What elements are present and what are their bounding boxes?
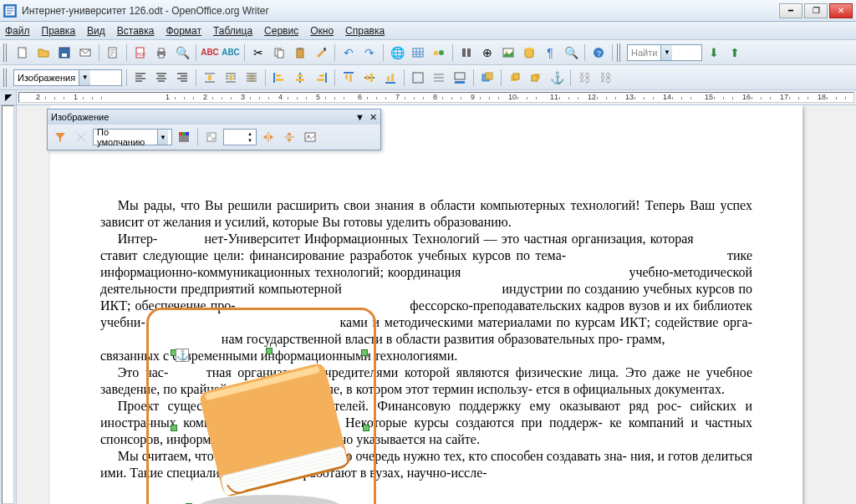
horizontal-ruler[interactable]: ◤ 21123456789101112131415161718 xyxy=(0,90,856,105)
undo-icon[interactable]: ↶ xyxy=(339,43,358,62)
menu-help[interactable]: Справка xyxy=(345,25,385,37)
inserted-image-book[interactable] xyxy=(174,339,366,504)
transparency-icon[interactable] xyxy=(202,128,221,146)
menu-window[interactable]: Окно xyxy=(310,25,334,37)
dropdown-icon[interactable]: ▼ xyxy=(79,70,90,85)
anchor-marker-icon[interactable]: ⚓ xyxy=(176,349,189,362)
svg-rect-56 xyxy=(211,137,216,141)
search-input[interactable]: Найти ▼ xyxy=(627,44,702,61)
close-button[interactable]: ✕ xyxy=(829,3,853,18)
preview-icon[interactable]: 🔍 xyxy=(173,43,191,62)
color-icon[interactable] xyxy=(175,128,193,146)
image-handle-ml[interactable] xyxy=(171,425,177,431)
table-icon[interactable] xyxy=(409,43,427,62)
image-handle-tm[interactable] xyxy=(266,348,273,354)
nonprinting-icon[interactable]: ¶ xyxy=(541,43,559,62)
navigator-icon[interactable]: ⊕ xyxy=(478,43,497,62)
graphics-mode-icon[interactable] xyxy=(72,128,90,146)
search-down-icon[interactable]: ⬇ xyxy=(705,43,723,62)
new-doc-icon[interactable] xyxy=(13,43,32,62)
align-obj-right-icon[interactable] xyxy=(312,69,330,87)
edit-icon[interactable] xyxy=(104,43,122,62)
image-handle-tr[interactable] xyxy=(361,349,368,356)
float-toolbar-close-icon[interactable]: ✕ xyxy=(369,112,377,123)
ruler-mark: 2 xyxy=(203,93,207,101)
graphics-mode-selector[interactable]: По умолчанию ▼ xyxy=(93,129,172,145)
send-back-icon[interactable] xyxy=(527,69,545,87)
svg-rect-19 xyxy=(462,48,466,57)
print-icon[interactable] xyxy=(152,43,171,62)
bring-front-icon[interactable] xyxy=(506,69,524,87)
datasources-icon[interactable] xyxy=(520,43,538,62)
align-obj-middle-icon[interactable] xyxy=(360,69,379,87)
menu-format[interactable]: Формат xyxy=(166,25,201,37)
document-canvas[interactable]: Мы рады, что Вы решили расширить свои зн… xyxy=(17,105,856,504)
frame-props-icon[interactable] xyxy=(478,69,497,87)
find-icon[interactable] xyxy=(457,43,476,62)
copy-icon[interactable] xyxy=(270,43,288,62)
redo-icon[interactable]: ↷ xyxy=(360,43,379,62)
maximize-button[interactable]: ❐ xyxy=(804,3,828,18)
menu-table[interactable]: Таблица xyxy=(213,25,252,37)
email-icon[interactable] xyxy=(76,43,94,62)
menu-edit[interactable]: Правка xyxy=(42,25,76,37)
toolbar-grip[interactable] xyxy=(617,43,622,62)
vertical-ruler[interactable] xyxy=(0,105,17,504)
filter-icon[interactable] xyxy=(51,128,69,146)
align-obj-left-icon[interactable] xyxy=(270,69,288,87)
open-icon[interactable] xyxy=(34,43,53,62)
image-props-icon[interactable] xyxy=(301,128,319,146)
menu-tools[interactable]: Сервис xyxy=(264,25,298,37)
minimize-button[interactable]: ━ xyxy=(779,3,802,18)
show-draw-icon[interactable] xyxy=(430,43,448,62)
link-frames-icon[interactable]: ⛓ xyxy=(575,69,594,87)
format-paintbrush-icon[interactable] xyxy=(312,43,330,62)
toolbar-grip[interactable] xyxy=(3,43,8,62)
autospell-icon[interactable]: ABC xyxy=(222,43,240,62)
image-handle-mr[interactable] xyxy=(363,425,369,431)
align-left-icon[interactable] xyxy=(131,69,150,87)
save-icon[interactable] xyxy=(55,43,74,62)
hyperlink-icon[interactable]: 🌐 xyxy=(388,43,406,62)
anchor-icon[interactable]: ⚓ xyxy=(548,69,566,87)
toolbar-grip[interactable] xyxy=(3,69,8,87)
align-center-icon[interactable] xyxy=(152,69,171,87)
zoom-icon[interactable]: 🔍 xyxy=(562,43,580,62)
unlink-frames-icon[interactable]: ⛓ xyxy=(596,69,614,87)
window-titlebar: Интернет-университет 126.odt - OpenOffic… xyxy=(0,0,856,22)
style-selector[interactable]: Изображения ▼ xyxy=(13,69,122,86)
wrap-off-icon[interactable] xyxy=(201,69,219,87)
align-obj-bottom-icon[interactable] xyxy=(381,69,400,87)
flip-v-icon[interactable] xyxy=(280,128,298,146)
line-style-icon[interactable] xyxy=(430,69,448,87)
menu-insert[interactable]: Вставка xyxy=(117,25,155,37)
flip-h-icon[interactable] xyxy=(259,128,278,146)
transparency-spinner[interactable]: ▲▼ xyxy=(223,129,257,145)
export-pdf-icon[interactable]: PDF xyxy=(131,43,150,62)
float-toolbar-dropdown-icon[interactable]: ▼ xyxy=(355,112,364,122)
dropdown-icon[interactable]: ▼ xyxy=(660,45,672,60)
gallery-icon[interactable] xyxy=(499,43,517,62)
help-icon[interactable]: ? xyxy=(589,43,608,62)
cut-icon[interactable]: ✂ xyxy=(249,43,268,62)
border-color-icon[interactable] xyxy=(451,69,469,87)
paste-icon[interactable] xyxy=(291,43,309,62)
menu-file[interactable]: Файл xyxy=(5,25,30,37)
float-toolbar-titlebar[interactable]: Изображение ▼ ✕ xyxy=(48,109,380,125)
dropdown-icon[interactable]: ▼ xyxy=(157,130,168,145)
ruler-mark: 2 xyxy=(36,93,40,101)
ruler-mark: 8 xyxy=(433,93,437,101)
wrap-through-icon[interactable] xyxy=(242,69,261,87)
separator xyxy=(244,44,245,61)
svg-rect-9 xyxy=(159,48,164,52)
image-floating-toolbar[interactable]: Изображение ▼ ✕ По умолчанию ▼ ▲▼ xyxy=(47,109,381,150)
align-obj-center-icon[interactable] xyxy=(291,69,309,87)
menu-view[interactable]: Вид xyxy=(87,25,105,37)
align-right-icon[interactable] xyxy=(173,69,191,87)
spellcheck-icon[interactable]: ABC xyxy=(201,43,219,62)
svg-point-59 xyxy=(199,495,341,504)
align-obj-top-icon[interactable] xyxy=(339,69,358,87)
search-up-icon[interactable]: ⬆ xyxy=(726,43,744,62)
borders-icon[interactable] xyxy=(409,69,427,87)
wrap-page-icon[interactable] xyxy=(222,69,240,87)
